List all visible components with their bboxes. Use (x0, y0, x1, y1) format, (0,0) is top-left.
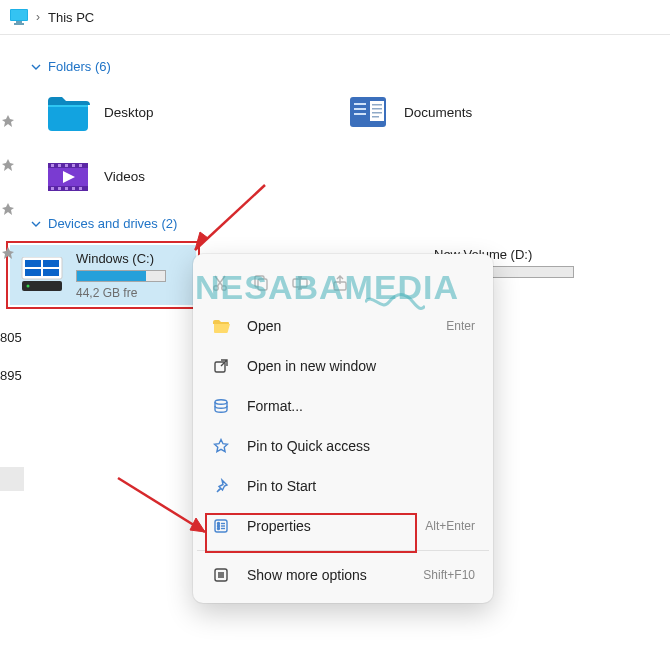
menu-accelerator: Shift+F10 (423, 568, 475, 582)
drive-capacity-bar (76, 270, 166, 282)
share-icon[interactable] (325, 268, 355, 298)
folder-item-documents[interactable]: Documents (334, 84, 634, 140)
folder-open-icon (211, 316, 231, 336)
chevron-down-icon (30, 218, 42, 230)
properties-icon (211, 516, 231, 536)
svg-rect-17 (58, 164, 61, 167)
svg-rect-21 (51, 187, 54, 190)
svg-rect-7 (354, 113, 366, 115)
svg-rect-5 (354, 103, 366, 105)
breadcrumb[interactable]: › This PC (0, 0, 670, 34)
pin-icon (2, 115, 14, 127)
pin-icon (2, 203, 14, 215)
menu-label: Show more options (247, 567, 407, 583)
svg-rect-16 (51, 164, 54, 167)
star-icon (211, 436, 231, 456)
annotation-highlight-drive-c: Windows (C:) 44,2 GB fre (6, 241, 200, 309)
svg-rect-2 (16, 21, 22, 23)
svg-point-37 (222, 286, 226, 290)
svg-rect-19 (72, 164, 75, 167)
menu-item-show-more[interactable]: Show more options Shift+F10 (197, 555, 489, 595)
folder-label: Videos (104, 169, 145, 184)
menu-label: Pin to Quick access (247, 438, 475, 454)
svg-rect-28 (43, 260, 59, 267)
pin-icon (2, 159, 14, 171)
folders-section-header[interactable]: Folders (6) (30, 59, 670, 74)
truncated-left-content: 805 895 (0, 319, 22, 395)
menu-label: Pin to Start (247, 478, 475, 494)
menu-divider (197, 550, 489, 551)
videos-folder-icon (46, 154, 90, 198)
svg-rect-18 (65, 164, 68, 167)
svg-point-46 (218, 525, 220, 527)
folder-label: Desktop (104, 105, 154, 120)
svg-rect-24 (72, 187, 75, 190)
svg-rect-6 (354, 108, 366, 110)
svg-rect-39 (258, 279, 267, 290)
format-icon (211, 396, 231, 416)
svg-rect-29 (25, 269, 41, 276)
svg-rect-27 (25, 260, 41, 267)
copy-icon[interactable] (245, 268, 275, 298)
folder-label: Documents (404, 105, 472, 120)
windows-drive-icon (20, 257, 64, 293)
breadcrumb-location[interactable]: This PC (48, 10, 94, 25)
drive-item-c[interactable]: Windows (C:) 44,2 GB fre (10, 245, 196, 305)
svg-rect-9 (372, 104, 382, 106)
menu-item-open-new-window[interactable]: Open in new window (197, 346, 489, 386)
svg-rect-11 (372, 112, 382, 114)
svg-rect-12 (372, 116, 379, 118)
documents-folder-icon (346, 90, 390, 134)
svg-rect-20 (79, 164, 82, 167)
svg-point-47 (218, 528, 220, 530)
drives-section-header[interactable]: Devices and drives (2) (30, 216, 670, 231)
svg-rect-1 (11, 10, 27, 20)
svg-point-32 (27, 285, 30, 288)
drive-free-text: 44,2 GB fre (76, 286, 166, 300)
svg-point-45 (218, 523, 220, 525)
svg-rect-3 (14, 23, 24, 25)
menu-accelerator: Enter (446, 319, 475, 333)
svg-point-43 (215, 400, 227, 404)
svg-rect-30 (43, 269, 59, 276)
folder-item-videos[interactable]: Videos (34, 148, 334, 204)
cut-icon[interactable] (205, 268, 235, 298)
context-menu: Open Enter Open in new window Format... … (193, 254, 493, 603)
menu-item-format[interactable]: Format... (197, 386, 489, 426)
menu-item-pin-start[interactable]: Pin to Start (197, 466, 489, 506)
open-external-icon (211, 356, 231, 376)
show-more-icon (211, 565, 231, 585)
desktop-folder-icon (46, 90, 90, 134)
folders-title: Folders (6) (48, 59, 111, 74)
menu-label: Properties (247, 518, 409, 534)
menu-accelerator: Alt+Enter (425, 519, 475, 533)
svg-rect-23 (65, 187, 68, 190)
menu-item-open[interactable]: Open Enter (197, 306, 489, 346)
svg-point-36 (214, 286, 218, 290)
svg-rect-25 (79, 187, 82, 190)
context-menu-quick-actions (197, 260, 489, 306)
svg-rect-22 (58, 187, 61, 190)
pin-icon (211, 476, 231, 496)
drives-title: Devices and drives (2) (48, 216, 177, 231)
menu-label: Open in new window (247, 358, 475, 374)
pin-icon (2, 247, 14, 259)
folder-item-desktop[interactable]: Desktop (34, 84, 334, 140)
menu-item-pin-quick-access[interactable]: Pin to Quick access (197, 426, 489, 466)
menu-label: Format... (247, 398, 475, 414)
chevron-down-icon (30, 61, 42, 73)
chevron-right-icon: › (36, 10, 40, 24)
rename-icon[interactable] (285, 268, 315, 298)
drive-name: Windows (C:) (76, 251, 166, 266)
menu-item-properties[interactable]: Properties Alt+Enter (197, 506, 489, 546)
truncated-sidebar-item (0, 467, 24, 491)
menu-label: Open (247, 318, 430, 334)
quick-access-pins (2, 115, 16, 291)
this-pc-icon (10, 9, 28, 25)
svg-rect-10 (372, 108, 382, 110)
